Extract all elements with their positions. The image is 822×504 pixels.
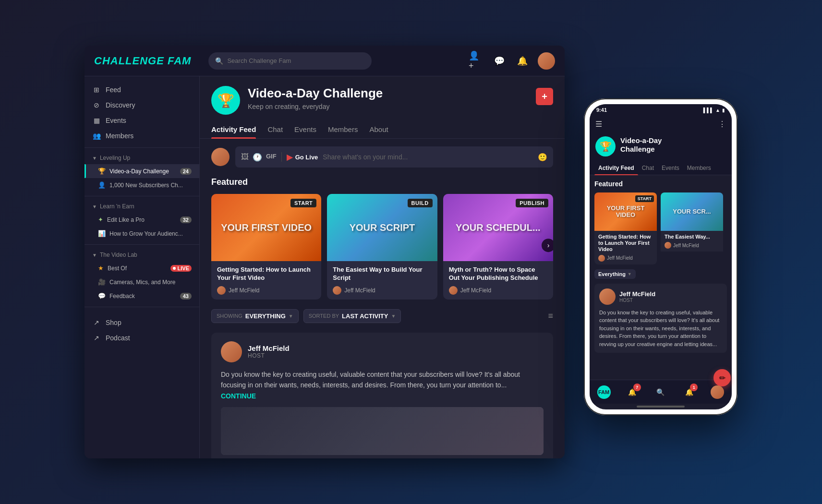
grow-icon: 📊: [98, 230, 106, 237]
mobile-bottom-bar: FAM 🔔 7 🔍 🔔 1: [590, 380, 732, 404]
mobile-status-bar: 9:41 ▌▌▌ ▲ ▮: [590, 104, 732, 116]
card-author-avatar-2: [333, 286, 341, 295]
sidebar-item-discovery[interactable]: ⊘ Discovery: [85, 97, 199, 113]
chat-icon[interactable]: 💬: [492, 53, 507, 69]
mobile-tab-chat[interactable]: Chat: [638, 161, 658, 175]
mobile-bottom-notifications[interactable]: 🔔 7: [626, 385, 639, 399]
sidebar-item-shop[interactable]: ↗ Shop: [85, 315, 199, 330]
trophy-icon: 🏆: [98, 168, 106, 175]
mobile-bottom-bell[interactable]: 🔔 1: [682, 385, 696, 399]
sidebar-section-leveling-up[interactable]: ▼ Leveling Up: [85, 152, 199, 164]
clock-icon[interactable]: 🕐: [253, 153, 262, 162]
sidebar-section-video-lab[interactable]: ▼ The Video Lab: [85, 249, 199, 261]
sidebar-item-grow-audience[interactable]: 📊 How to Grow Your Audienc...: [85, 227, 199, 240]
mobile-post-author-info: Jeff McField HOST: [619, 290, 655, 303]
group-icon: 🏆: [211, 86, 240, 115]
sidebar-divider-3: [85, 244, 199, 245]
fam-home-icon[interactable]: FAM: [597, 385, 611, 399]
add-button[interactable]: +: [536, 88, 553, 105]
sidebar-item-feed[interactable]: ⊞ Feed: [85, 82, 199, 97]
mobile-post-author-role: HOST: [619, 298, 655, 303]
post-body-text: Do you know the key to creating useful, …: [221, 371, 520, 389]
showing-filter[interactable]: SHOWING EVERYTHING ▼: [211, 309, 299, 323]
sidebar-item-members[interactable]: 👥 Members: [85, 128, 199, 144]
mobile-tabs: Activity Feed Chat Events Members: [590, 161, 732, 175]
mobile-bottom-fam[interactable]: FAM: [597, 385, 611, 399]
card-info-3: Myth or Truth? How to Space Out Your Pub…: [443, 261, 553, 300]
mobile-menu-icon[interactable]: ☰: [595, 120, 602, 129]
mobile-card-author-avatar-1: [598, 255, 605, 262]
sidebar-section-learn-earn[interactable]: ▼ Learn 'n Earn: [85, 200, 199, 213]
battery-icon: ▮: [722, 108, 725, 113]
sidebar-item-video-day-challenge[interactable]: 🏆 Video-a-Day Challenge 24: [85, 164, 199, 178]
tab-activity-feed[interactable]: Activity Feed: [211, 120, 256, 138]
featured-card-1[interactable]: YOUR FIRST VIDEO START Getting Started: …: [211, 194, 321, 300]
composer-input-area[interactable]: 🖼 🕐 GIF ▶ Go Live Share what's on your m…: [235, 146, 553, 168]
mobile-status-time: 9:41: [596, 107, 607, 113]
feed-icon: ⊞: [92, 86, 101, 94]
tab-members[interactable]: Members: [328, 120, 358, 138]
sidebar-divider-4: [85, 307, 199, 307]
post-body: Do you know the key to creating useful, …: [221, 369, 544, 401]
signal-icon: ▌▌▌: [703, 108, 713, 113]
mobile-post-body: Do you know the key to creating useful, …: [599, 309, 722, 348]
featured-title: Featured: [211, 177, 553, 187]
sidebar-item-feed-label: Feed: [106, 86, 121, 94]
feedback-badge: 43: [180, 293, 192, 300]
user-avatar[interactable]: [538, 52, 555, 70]
sidebar-item-events[interactable]: ▦ Events: [85, 113, 199, 128]
mobile-filter-dropdown[interactable]: Everything ▼: [594, 269, 636, 279]
mobile-more-icon[interactable]: ⋮: [718, 120, 726, 129]
group-name: Video-a-Day Challenge: [248, 86, 528, 101]
featured-card-3[interactable]: YOUR SCHEDUL... PUBLISH Myth or Truth? H…: [443, 194, 553, 300]
search-bar[interactable]: 🔍: [208, 52, 372, 70]
sidebar-item-feedback[interactable]: 💬 Feedback 43: [85, 289, 199, 303]
image-icon[interactable]: 🖼: [241, 153, 249, 162]
mobile-tab-members[interactable]: Members: [683, 161, 715, 175]
wifi-icon: ▲: [715, 108, 720, 113]
tab-chat[interactable]: Chat: [267, 120, 283, 138]
sidebar-item-cameras[interactable]: 🎥 Cameras, Mics, and More: [85, 275, 199, 289]
sorted-filter[interactable]: SORTED BY LAST ACTIVITY ▼: [303, 309, 401, 323]
mobile-user-avatar[interactable]: [711, 385, 724, 399]
section-label-learn-earn: Learn 'n Earn: [100, 203, 134, 210]
cards-next-arrow[interactable]: ›: [542, 239, 553, 252]
composer-placeholder[interactable]: Share what's on your mind...: [323, 153, 533, 161]
mobile-card-1[interactable]: YOUR FIRST VIDEO START Getting Started: …: [594, 192, 657, 264]
add-member-icon[interactable]: 👤+: [469, 53, 484, 69]
mobile-search-icon[interactable]: 🔍: [654, 385, 667, 399]
sidebar-item-best-of[interactable]: ★ Best Of LIVE: [85, 261, 199, 275]
sidebar-item-podcast[interactable]: ↗ Podcast: [85, 330, 199, 346]
fab-button[interactable]: ✏: [713, 369, 731, 386]
card-author-name-1: Jeff McField: [229, 287, 259, 294]
post-image-preview: [221, 407, 544, 455]
search-input[interactable]: [227, 57, 365, 64]
mobile-tab-activity-feed[interactable]: Activity Feed: [594, 161, 638, 175]
go-live-button[interactable]: ▶ Go Live: [287, 153, 318, 162]
active-indicator: [85, 164, 86, 178]
card-image-2: YOUR SCRIPT BUILD: [327, 194, 437, 261]
card-image-text-1: YOUR FIRST VIDEO: [216, 217, 316, 238]
featured-card-2[interactable]: YOUR SCRIPT BUILD The Easiest Way to Bui…: [327, 194, 437, 300]
mobile-bottom-avatar[interactable]: [711, 385, 724, 399]
gif-icon[interactable]: GIF: [266, 153, 277, 162]
go-live-label: Go Live: [295, 154, 318, 161]
sidebar-item-edit-like-pro[interactable]: ✦ Edit Like a Pro 32: [85, 213, 199, 227]
post-composer: 🖼 🕐 GIF ▶ Go Live Share what's on your m…: [211, 146, 553, 168]
group-info: Video-a-Day Challenge Keep on creating, …: [248, 86, 528, 110]
notification-icon[interactable]: 🔔: [515, 53, 530, 69]
tab-events[interactable]: Events: [294, 120, 316, 138]
emoji-icon[interactable]: 🙂: [538, 153, 547, 162]
sidebar-item-1000-subscribers[interactable]: 👤 1,000 New Subscribers Ch...: [85, 178, 199, 192]
mobile-tab-events[interactable]: Events: [658, 161, 683, 175]
post-continue-link[interactable]: CONTINUE: [221, 392, 256, 400]
card-image-text-2: YOUR SCRIPT: [345, 217, 420, 238]
mobile-card-title-2: The Easiest Way...: [665, 234, 719, 240]
post-header: Jeff McField Host: [221, 341, 544, 362]
mobile-bottom-search[interactable]: 🔍: [654, 385, 667, 399]
mobile-card-2[interactable]: YOUR SCR... The Easiest Way... Jeff McFi…: [661, 192, 723, 264]
video-day-challenge-label: Video-a-Day Challenge: [109, 168, 176, 175]
tab-about[interactable]: About: [369, 120, 388, 138]
showing-value: EVERYTHING: [245, 312, 286, 320]
list-view-icon[interactable]: ≡: [548, 311, 553, 321]
